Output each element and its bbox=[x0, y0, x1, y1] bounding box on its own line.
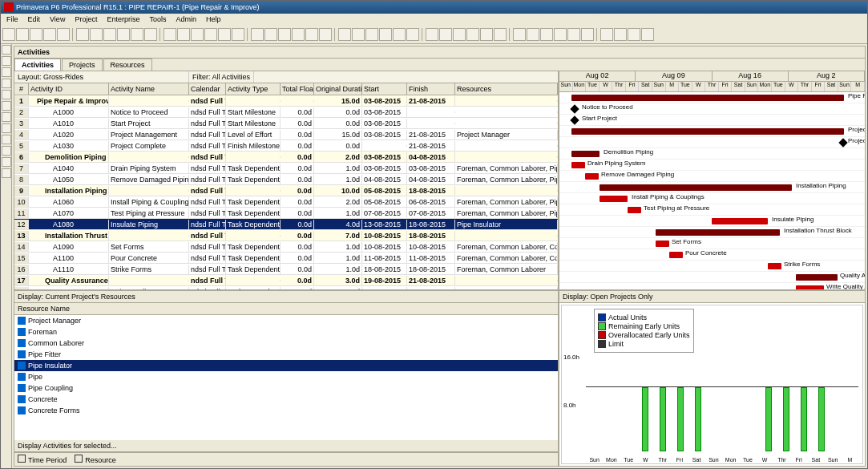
col-type[interactable]: Activity Type bbox=[226, 83, 281, 95]
toolbar-button-36[interactable] bbox=[527, 28, 539, 41]
gantt-row[interactable]: Set Forms bbox=[559, 238, 865, 249]
activity-row[interactable]: 11A1070Test Piping at Pressurendsd Full … bbox=[14, 208, 558, 219]
activity-row[interactable]: 9Installation Pipingndsd Full Time0.0d10… bbox=[14, 185, 558, 196]
toolbar-button-7[interactable] bbox=[103, 28, 116, 41]
sidebar-button-4[interactable] bbox=[2, 90, 11, 99]
toolbar-button-6[interactable] bbox=[90, 28, 103, 41]
toolbar-button-5[interactable] bbox=[76, 28, 89, 41]
sidebar-button-1[interactable] bbox=[2, 56, 11, 66]
gantt-row[interactable]: Quality Assurance bbox=[559, 272, 865, 283]
gantt-row[interactable]: Write Quality Assurance Report bbox=[559, 283, 865, 289]
toolbar-button-20[interactable] bbox=[292, 28, 305, 41]
grid-body[interactable]: 1Pipe Repair & Improvendsd Full Time15.0… bbox=[14, 95, 558, 289]
activity-row[interactable]: 15A1100Pour Concretendsd Full TimeTask D… bbox=[14, 253, 558, 264]
tab-activities[interactable]: Activities bbox=[14, 59, 61, 71]
toolbar-button-18[interactable] bbox=[264, 28, 277, 41]
resource-list[interactable]: Project ManagerForemanCommon LaborerPipe… bbox=[14, 315, 558, 440]
toolbar-button-16[interactable] bbox=[232, 28, 244, 41]
sidebar-button-2[interactable] bbox=[2, 67, 11, 77]
toolbar-button-9[interactable] bbox=[131, 28, 143, 41]
titlebar[interactable]: Primavera P6 Professional R15.1 : PIPE R… bbox=[1, 1, 867, 14]
display-activities[interactable]: Display Activities for selected... bbox=[14, 440, 558, 452]
toolbar-button-21[interactable] bbox=[305, 28, 318, 41]
toolbar-button-32[interactable] bbox=[466, 28, 479, 41]
activity-row[interactable]: 2A1000Notice to Proceedndsd Full TimeSta… bbox=[14, 107, 558, 118]
activity-row[interactable]: 14A1090Set Formsndsd Full TimeTask Depen… bbox=[14, 241, 558, 253]
sidebar-button-3[interactable] bbox=[2, 79, 11, 88]
col-res[interactable]: Resources bbox=[455, 83, 558, 95]
toolbar-button-37[interactable] bbox=[540, 28, 553, 41]
menu-tools[interactable]: Tools bbox=[144, 14, 171, 26]
toolbar-button-30[interactable] bbox=[439, 28, 452, 41]
menu-help[interactable]: Help bbox=[201, 14, 226, 26]
col-start[interactable]: Start bbox=[362, 83, 407, 95]
gantt-row[interactable]: Insulate Piping bbox=[559, 216, 865, 227]
toolbar-button-25[interactable] bbox=[365, 28, 378, 41]
res-col-header[interactable]: Resource Name bbox=[14, 303, 558, 315]
resource-item[interactable]: Pipe bbox=[14, 371, 558, 382]
toolbar-button-40[interactable] bbox=[581, 28, 594, 41]
toolbar-button-1[interactable] bbox=[16, 28, 29, 41]
sidebar-button-9[interactable] bbox=[2, 146, 11, 156]
activity-row[interactable]: 12A1080Insulate Pipingndsd Full TimeTask… bbox=[14, 219, 558, 230]
activity-row[interactable]: 7A1040Drain Piping Systemndsd Full TimeT… bbox=[14, 163, 558, 174]
menu-admin[interactable]: Admin bbox=[171, 14, 201, 26]
resource-item[interactable]: Project Manager bbox=[14, 315, 558, 326]
col-od[interactable]: Original Duration bbox=[314, 83, 362, 95]
col-tf[interactable]: Total Float bbox=[281, 83, 314, 95]
gantt-row[interactable]: Pour Concrete bbox=[559, 249, 865, 261]
activity-row[interactable]: 16A1110Strike Formsndsd Full TimeTask De… bbox=[14, 264, 558, 275]
sidebar-button-5[interactable] bbox=[2, 101, 11, 111]
toolbar-button-35[interactable] bbox=[513, 28, 526, 41]
time-period-checkbox[interactable]: Time Period bbox=[18, 455, 67, 464]
activity-row[interactable]: 6Demolition Pipingndsd Full Time0.0d2.0d… bbox=[14, 152, 558, 163]
toolbar-button-10[interactable] bbox=[144, 28, 157, 41]
toolbar-button-41[interactable] bbox=[600, 28, 613, 41]
resource-item[interactable]: Concrete bbox=[14, 394, 558, 405]
resource-item[interactable]: Pipe Fitter bbox=[14, 349, 558, 360]
toolbar-button-26[interactable] bbox=[379, 28, 392, 41]
col-finish[interactable]: Finish bbox=[407, 83, 455, 95]
col-id[interactable]: Activity ID bbox=[29, 83, 109, 95]
gantt-row[interactable]: Remove Damaged Piping bbox=[559, 171, 865, 182]
gantt-row[interactable]: Strike Forms bbox=[559, 261, 865, 272]
toolbar-button-42[interactable] bbox=[614, 28, 627, 41]
toolbar-button-12[interactable] bbox=[177, 28, 190, 41]
toolbar-button-15[interactable] bbox=[218, 28, 231, 41]
resource-item[interactable]: Pipe Coupling bbox=[14, 382, 558, 394]
gantt-row[interactable]: Installation Piping bbox=[559, 182, 865, 193]
gantt-row[interactable]: Start Project bbox=[559, 115, 865, 126]
gantt-row[interactable]: Installation Thrust Block bbox=[559, 227, 865, 238]
tab-projects[interactable]: Projects bbox=[62, 59, 103, 71]
resource-item[interactable]: Pipe Insulator bbox=[14, 360, 558, 371]
gantt-row[interactable]: Demolition Piping bbox=[559, 148, 865, 160]
activity-row[interactable]: 8A1050Remove Damaged Pipingndsd Full Tim… bbox=[14, 174, 558, 185]
toolbar-button-0[interactable] bbox=[2, 28, 15, 41]
layout-label[interactable]: Layout: Gross-Rides bbox=[14, 71, 189, 83]
sidebar-button-7[interactable] bbox=[2, 123, 11, 133]
resource-item[interactable]: Foreman bbox=[14, 326, 558, 338]
gantt-row[interactable]: Project Management bbox=[559, 126, 865, 137]
toolbar-button-28[interactable] bbox=[406, 28, 419, 41]
menu-enterprise[interactable]: Enterprise bbox=[102, 14, 144, 26]
col-name[interactable]: Activity Name bbox=[109, 83, 189, 95]
toolbar-button-24[interactable] bbox=[352, 28, 365, 41]
toolbar-button-19[interactable] bbox=[278, 28, 291, 41]
menu-project[interactable]: Project bbox=[70, 14, 102, 26]
toolbar-button-33[interactable] bbox=[480, 28, 493, 41]
gantt-row[interactable]: Notice to Proceed bbox=[559, 103, 865, 115]
gantt-row[interactable]: Test Piping at Pressure bbox=[559, 204, 865, 216]
tab-resources[interactable]: Resources bbox=[103, 59, 152, 71]
toolbar-button-3[interactable] bbox=[43, 28, 56, 41]
res-display[interactable]: Display: Current Project's Resources bbox=[14, 291, 558, 303]
toolbar-button-38[interactable] bbox=[554, 28, 567, 41]
toolbar-button-31[interactable] bbox=[453, 28, 466, 41]
toolbar-button-2[interactable] bbox=[30, 28, 42, 41]
sidebar-button-0[interactable] bbox=[2, 45, 11, 55]
toolbar-button-27[interactable] bbox=[393, 28, 406, 41]
gantt-body[interactable]: Pipe Repair & ImproveNotice to ProceedSt… bbox=[559, 92, 865, 289]
toolbar-button-22[interactable] bbox=[319, 28, 332, 41]
sidebar-button-6[interactable] bbox=[2, 112, 11, 122]
chart-display[interactable]: Display: Open Projects Only bbox=[559, 291, 865, 303]
gantt-row[interactable]: Drain Piping System bbox=[559, 160, 865, 171]
